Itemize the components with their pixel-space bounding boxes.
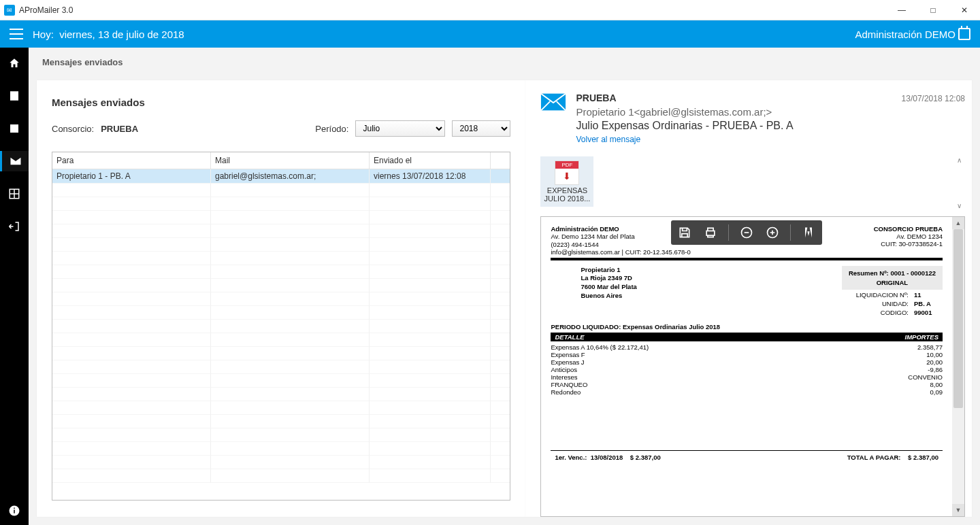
pdf-dest-nombre: Propietario 1: [581, 266, 636, 275]
grid-header-enviado[interactable]: Enviado el: [370, 152, 491, 169]
pdf-consorcio-name: CONSORCIO PRUEBA: [874, 225, 943, 233]
pdf-liq-lbl: LIQUIDACION Nº:: [856, 291, 909, 299]
pdf-detail-line: Redondeo0,09: [551, 388, 943, 396]
pdf-detail-line: Expensas J20,00: [551, 358, 943, 366]
table-row-empty: [52, 401, 510, 415]
pdf-band-importes: IMPORTES: [905, 333, 938, 341]
sidebar-mail[interactable]: [0, 151, 29, 171]
message-detail-panel: PRUEBA 13/07/2018 12:08 Propietario 1<ga…: [525, 80, 972, 517]
scroll-up-icon[interactable]: ∧: [957, 156, 962, 164]
app-icon: ✉: [4, 5, 15, 16]
pdf-original: ORIGINAL: [849, 279, 936, 286]
pdf-unidad-val: PB. A: [914, 300, 943, 307]
pdf-zoom-out-button[interactable]: [738, 224, 755, 241]
sidebar-info[interactable]: [0, 496, 29, 525]
hamburger-menu-button[interactable]: [10, 27, 23, 41]
admin-selector[interactable]: Administración DEMO: [855, 28, 970, 40]
grid-header-mail[interactable]: Mail: [211, 152, 370, 169]
pdf-detail-line: Anticipos-9,86: [551, 366, 943, 373]
table-row-empty: [52, 388, 510, 401]
pdf-admin-email-cuit: info@glsistemas.com.ar | CUIT: 20-12.345…: [551, 248, 690, 256]
scroll-down-icon[interactable]: ∨: [957, 202, 962, 209]
attachment-pdf[interactable]: EXPENSAS JULIO 2018...: [540, 156, 593, 207]
grid-header-para[interactable]: Para: [52, 152, 211, 169]
sent-messages-panel: Mensajes enviados Consorcio: PRUEBA Perí…: [37, 80, 525, 517]
messages-grid: Para Mail Enviado el Propietario 1 - PB.…: [52, 152, 510, 501]
pdf-admin-addr: Av. Demo 1234 Mar del Plata: [551, 233, 690, 240]
table-row-empty: [52, 442, 510, 456]
page-title: Mensajes enviados: [29, 48, 980, 80]
today-label: Hoy: viernes, 13 de julio de 2018: [33, 29, 184, 40]
sidebar-home[interactable]: [0, 53, 29, 73]
message-consorcio: PRUEBA: [576, 92, 616, 103]
scroll-up-icon[interactable]: ▲: [952, 217, 964, 229]
consorcio-label: Consorcio:: [52, 124, 94, 134]
table-row-empty: [52, 347, 510, 360]
table-row-empty: [52, 224, 510, 238]
sidebar-exit[interactable]: [0, 216, 29, 237]
window-close-button[interactable]: ✕: [949, 0, 980, 20]
table-row-empty: [52, 211, 510, 224]
pdf-dest-dir3: Buenos Aires: [581, 292, 636, 301]
pdf-liq-val: 11: [914, 291, 943, 299]
table-row-empty: [52, 469, 510, 483]
message-from: Propietario 1<gabriel@glsistemas.com.ar;…: [576, 106, 965, 118]
pdf-detail-line: Expensas A 10,64% ($ 22.172,41)2.358,77: [551, 343, 943, 351]
svg-rect-5: [706, 231, 715, 236]
consorcio-value: PRUEBA: [101, 124, 138, 134]
pdf-venc-amt: $ 2.387,00: [630, 454, 661, 461]
svg-rect-2: [14, 510, 15, 513]
mail-icon: [540, 92, 566, 112]
pdf-file-icon: [555, 160, 579, 185]
window-minimize-button[interactable]: —: [886, 0, 917, 20]
pdf-zoom-in-button[interactable]: [764, 224, 781, 241]
table-row-empty: [52, 184, 510, 197]
sidebar: [0, 48, 29, 525]
table-row-empty: [52, 415, 510, 428]
scroll-down-icon[interactable]: ▼: [952, 504, 964, 516]
svg-rect-3: [14, 508, 15, 509]
pdf-codigo-val: 99001: [914, 309, 943, 316]
app-title: AProMailer 3.0: [19, 5, 73, 15]
pdf-total-lbl: TOTAL A PAGAR:: [847, 454, 901, 461]
sidebar-contact[interactable]: [0, 118, 29, 139]
pdf-scrollbar[interactable]: ▲ ▼: [952, 217, 964, 516]
table-row[interactable]: Propietario 1 - PB. Agabriel@glsistemas.…: [52, 169, 510, 184]
table-row-empty: [52, 238, 510, 252]
table-row-empty: [52, 374, 510, 388]
pdf-detail-line: FRANQUEO8,00: [551, 381, 943, 388]
table-row-empty: [52, 320, 510, 333]
table-row-empty: [52, 279, 510, 292]
window-maximize-button[interactable]: □: [917, 0, 949, 20]
table-row-empty: [52, 197, 510, 211]
pdf-detail-line: InteresesCONVENIO: [551, 373, 943, 381]
window-titlebar: ✉ AProMailer 3.0 — □ ✕: [0, 0, 980, 20]
period-month-select[interactable]: Julio: [355, 120, 445, 137]
period-year-select[interactable]: 2018: [452, 120, 510, 137]
pdf-resumen-num: Resumen Nº: 0001 - 0000122: [849, 269, 936, 277]
panel-title: Mensajes enviados: [52, 97, 510, 108]
table-row-empty: [52, 252, 510, 265]
pdf-save-button[interactable]: [676, 224, 693, 241]
message-subject: Julio Expensas Ordinarias - PRUEBA - PB.…: [576, 120, 965, 132]
message-datetime: 13/07/2018 12:08: [902, 94, 965, 103]
sidebar-building[interactable]: [0, 86, 29, 106]
scrollbar-thumb[interactable]: [953, 229, 963, 408]
calendar-icon: [958, 28, 970, 40]
pdf-codigo-lbl: CODIGO:: [881, 309, 909, 316]
pdf-admin-name: Administración DEMO: [551, 225, 690, 233]
table-row-empty: [52, 265, 510, 279]
table-row-empty: [52, 333, 510, 347]
table-row-empty: [52, 292, 510, 306]
pdf-print-button[interactable]: [702, 224, 719, 241]
back-to-message-link[interactable]: Volver al mensaje: [576, 135, 640, 144]
pdf-adobe-button[interactable]: [800, 224, 817, 241]
sidebar-module[interactable]: [0, 184, 29, 204]
pdf-periodo: PERIODO LIQUIDADO: Expensas Ordinarias J…: [551, 323, 943, 331]
periodo-label: Período:: [315, 124, 348, 134]
attachment-scrollbar[interactable]: ∧ ∨: [953, 156, 965, 209]
pdf-venc-date: 13/08/2018: [591, 454, 623, 461]
pdf-consorcio-addr: Av. DEMO 1234: [874, 233, 943, 240]
table-row-empty: [52, 456, 510, 469]
pdf-dest-dir1: La Rioja 2349 7D: [581, 274, 636, 283]
